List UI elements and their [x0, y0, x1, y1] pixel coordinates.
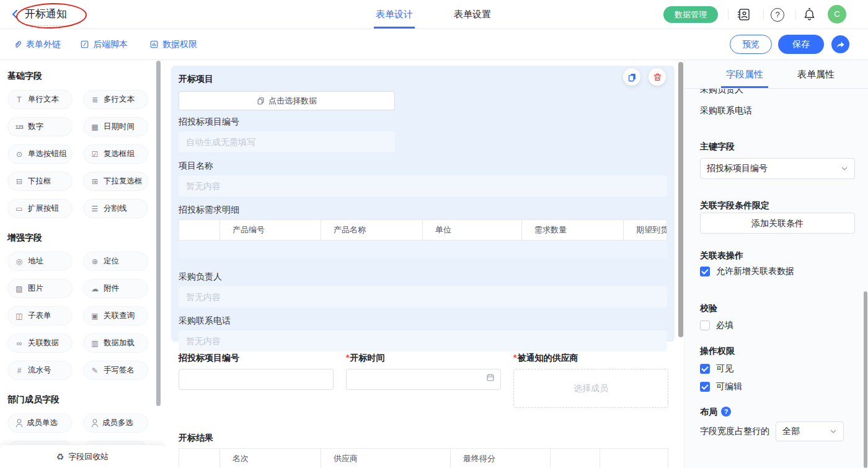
- relation-data-card-selected[interactable]: 开标项目 点击选择数据 招投标项目编号 项目名称 招投标需求明细 产品编号 产品…: [171, 66, 675, 342]
- required-checkbox[interactable]: 必填: [700, 320, 733, 331]
- bid-project-no-input[interactable]: [179, 131, 395, 152]
- add-relation-condition-button[interactable]: 添加关联条件: [700, 213, 855, 234]
- backend-script-link[interactable]: 后端脚本: [80, 29, 128, 60]
- form-external-link[interactable]: 表单外链: [13, 29, 61, 60]
- top-header: 开标通知 表单设计 表单设置 数据管理 ? C: [0, 0, 868, 29]
- checkbox-unchecked-icon: [700, 320, 710, 330]
- panel-scrollbar[interactable]: [864, 291, 867, 468]
- checkbox-checked-icon: [700, 267, 710, 276]
- share-button[interactable]: [831, 35, 849, 53]
- field-item-member-multi[interactable]: 成员多选: [83, 413, 148, 433]
- select-icon: ⊟: [14, 177, 24, 186]
- field-item-multi-select[interactable]: ⊞下拉复选框: [83, 172, 148, 191]
- calendar-icon[interactable]: [486, 373, 495, 382]
- visible-checkbox[interactable]: 可见: [700, 363, 733, 374]
- divider: [728, 9, 728, 20]
- field-item-relation-query[interactable]: ▣关联查询: [83, 306, 148, 325]
- field-recycle-bin[interactable]: ♻ 字段回收站: [0, 444, 165, 468]
- notification-bell-icon[interactable]: [802, 7, 817, 22]
- field-item-data-load[interactable]: ▥数据加载: [83, 333, 148, 353]
- field-item-extend-button[interactable]: ▭扩展按钮: [7, 199, 73, 218]
- enhanced-fields-grid: ◎地址 ⊕定位 ▨图片 ☁附件 ◫子表单 ▣关联查询 ∞关联数据 ▥数据加载 #…: [7, 252, 165, 380]
- select-data-button[interactable]: 点击选择数据: [179, 91, 395, 110]
- field-item-address[interactable]: ◎地址: [7, 252, 73, 271]
- table-header-cell: 产品编号: [220, 220, 321, 240]
- properties-panel: 字段属性 表单属性 采购负责人 采购联系电话 主键字段 招投标项目编号 关联字段…: [684, 60, 868, 468]
- delete-field-button[interactable]: [649, 68, 666, 86]
- result-table-label: 开标结果: [179, 433, 213, 444]
- form-designer-app: 开标通知 表单设计 表单设置 数据管理 ? C: [0, 0, 868, 468]
- primary-key-select[interactable]: 招投标项目编号: [700, 158, 855, 179]
- member-single-icon: [15, 419, 23, 427]
- save-button[interactable]: 保存: [778, 35, 824, 54]
- field-item-checkbox-group[interactable]: ☑复选框组: [83, 144, 148, 164]
- divider: [763, 9, 764, 20]
- purchase-phone-input[interactable]: [179, 330, 667, 351]
- table-header-cell: 期望到货时: [624, 220, 666, 240]
- page-title[interactable]: 开标通知: [25, 0, 67, 29]
- permission-label: 操作权限: [700, 346, 735, 357]
- extend-button-icon: ▭: [14, 205, 24, 213]
- field-item-multi-line-text[interactable]: ≣多行文本: [83, 90, 148, 109]
- preview-button[interactable]: 预览: [730, 35, 772, 54]
- duplicate-field-button[interactable]: [623, 68, 640, 86]
- secondary-toolbar: 表单外链 后端脚本 数据权限 预览 保存: [0, 29, 868, 60]
- data-permission-link[interactable]: 数据权限: [149, 29, 197, 60]
- field-width-select[interactable]: 全部: [776, 422, 844, 441]
- field-item-relation-data[interactable]: ∞关联数据: [7, 333, 73, 353]
- field-item-signature[interactable]: ✎手写签名: [83, 361, 148, 380]
- table-header-cell: [551, 449, 600, 468]
- result-table-header: 名次 供应商 最终得分: [179, 448, 668, 468]
- field-label: 项目名称: [179, 161, 667, 172]
- select-member-box[interactable]: 选择成员: [513, 369, 668, 408]
- contact-book-icon[interactable]: [737, 7, 751, 22]
- purchase-owner-input[interactable]: [179, 286, 667, 307]
- field-item-subform[interactable]: ◫子表单: [7, 306, 73, 325]
- field-item-attachment[interactable]: ☁附件: [83, 279, 148, 298]
- divider-icon: ☰: [90, 205, 100, 213]
- field-item-single-line-text[interactable]: T单行文本: [7, 90, 73, 109]
- allow-add-relation-checkbox[interactable]: 允许新增关联表数据: [700, 266, 794, 277]
- canvas-scrollbar[interactable]: [678, 62, 683, 337]
- field-item-divider[interactable]: ☰分割线: [83, 199, 148, 218]
- field-item-image[interactable]: ▨图片: [7, 279, 73, 298]
- editable-checkbox[interactable]: 可编辑: [700, 381, 742, 392]
- back-icon[interactable]: [11, 9, 20, 19]
- open-bid-time-field: *开标时间: [346, 353, 501, 390]
- bid-project-no-bottom-input[interactable]: [179, 369, 334, 390]
- copy-icon: [257, 97, 265, 105]
- tab-form-settings[interactable]: 表单设置: [452, 0, 493, 29]
- data-manage-button[interactable]: 数据管理: [663, 6, 718, 23]
- field-item-select[interactable]: ⊟下拉框: [7, 172, 73, 191]
- multi-select-icon: ⊞: [90, 177, 100, 186]
- tab-form-properties[interactable]: 表单属性: [797, 60, 835, 88]
- detail-table-empty-row: [179, 241, 667, 258]
- layout-help-icon[interactable]: ?: [721, 407, 731, 417]
- relation-table-op-label: 关联表操作: [700, 250, 743, 262]
- attachment-icon: ☁: [90, 285, 100, 293]
- field-item-number[interactable]: 123数字: [7, 117, 73, 136]
- project-name-input[interactable]: [179, 175, 667, 196]
- field-item-member-single[interactable]: 成员单选: [7, 413, 73, 433]
- field-item-datetime[interactable]: ▦日期时间: [83, 117, 148, 136]
- user-avatar[interactable]: C: [828, 5, 846, 24]
- panel-field-name: 采购联系电话: [700, 105, 752, 117]
- table-header-cell: [179, 220, 220, 240]
- relation-data-icon: ∞: [14, 339, 24, 348]
- field-item-radio-group[interactable]: ⊙单选按钮组: [7, 144, 73, 164]
- field-item-location[interactable]: ⊕定位: [83, 252, 148, 271]
- share-arrow-icon: [836, 40, 845, 48]
- field-label: 招投标项目编号: [179, 117, 667, 128]
- help-icon[interactable]: ?: [771, 8, 784, 22]
- open-bid-time-input[interactable]: [346, 369, 501, 390]
- primary-key-label: 主键字段: [700, 141, 735, 152]
- field-item-serial-number[interactable]: #流水号: [7, 361, 73, 380]
- required-mark: *: [346, 353, 349, 363]
- section-title-enhanced-fields: 增强字段: [7, 232, 165, 244]
- data-load-icon: ▥: [90, 339, 100, 348]
- sidebar-scrollbar[interactable]: [156, 61, 161, 406]
- validation-label: 校验: [700, 303, 717, 314]
- tab-field-properties[interactable]: 字段属性: [726, 60, 763, 88]
- tab-form-design[interactable]: 表单设计: [374, 0, 415, 29]
- layout-label: 布局?: [700, 407, 731, 418]
